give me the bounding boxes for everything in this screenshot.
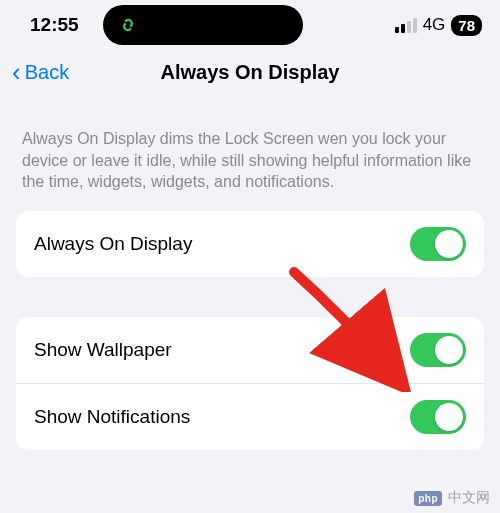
status-right: 4G 78 <box>395 15 482 36</box>
status-bar: 12:55 4G 78 <box>0 0 500 48</box>
dynamic-island[interactable] <box>103 5 303 45</box>
back-label: Back <box>25 61 69 84</box>
settings-group-main: Always On Display <box>16 211 484 277</box>
back-button[interactable]: ‹ Back <box>12 59 69 85</box>
watermark: php 中文网 <box>414 489 490 507</box>
row-show-wallpaper: Show Wallpaper <box>16 317 484 384</box>
row-always-on-display: Always On Display <box>16 211 484 277</box>
page-title: Always On Display <box>0 61 500 84</box>
link-icon <box>117 14 139 36</box>
signal-icon <box>395 18 417 33</box>
row-show-notifications: Show Notifications <box>16 384 484 450</box>
toggle-show-wallpaper[interactable] <box>410 333 466 367</box>
cellular-label: 4G <box>423 15 446 35</box>
nav-bar: ‹ Back Always On Display <box>0 48 500 102</box>
settings-description: Always On Display dims the Lock Screen w… <box>0 102 500 211</box>
row-label: Always On Display <box>34 233 192 255</box>
php-logo-icon: php <box>414 491 442 506</box>
row-label: Show Wallpaper <box>34 339 172 361</box>
status-time: 12:55 <box>30 14 79 36</box>
toggle-show-notifications[interactable] <box>410 400 466 434</box>
toggle-always-on-display[interactable] <box>410 227 466 261</box>
row-label: Show Notifications <box>34 406 190 428</box>
settings-group-options: Show Wallpaper Show Notifications <box>16 317 484 450</box>
watermark-text: 中文网 <box>448 489 490 507</box>
battery-badge: 78 <box>451 15 482 36</box>
chevron-left-icon: ‹ <box>12 59 21 85</box>
